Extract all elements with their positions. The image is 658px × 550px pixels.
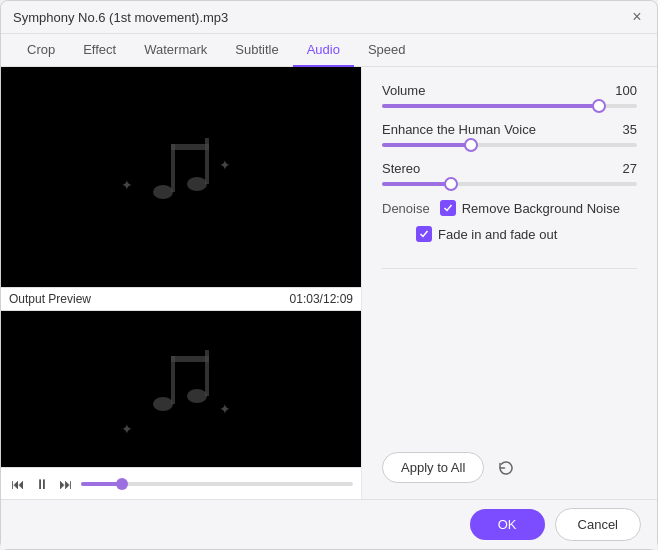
sparkle-icon-tl: ✦ [121,177,133,193]
right-panel: Volume 100 Enhance the Human Voice 35 [361,67,657,499]
top-video-preview: ✦ ✦ [1,67,361,287]
volume-label-row: Volume 100 [382,83,637,98]
output-preview-bar: Output Preview 01:03/12:09 [1,287,361,311]
music-icon-bottom [141,342,221,436]
stereo-track[interactable] [382,182,637,186]
svg-rect-9 [171,356,209,362]
tab-audio[interactable]: Audio [293,34,354,67]
denoise-row: Denoise Remove Background Noise [382,200,637,216]
stereo-section: Stereo 27 [382,161,637,186]
svg-rect-7 [171,356,175,404]
enhance-thumb[interactable] [464,138,478,152]
left-panel: ✦ ✦ Output Preview 01:03/12:09 [1,67,361,499]
tab-watermark[interactable]: Watermark [130,34,221,67]
remove-bg-noise-label: Remove Background Noise [462,201,620,216]
fade-label: Fade in and fade out [438,227,557,242]
footer-bar: OK Cancel [1,499,657,549]
svg-rect-2 [171,144,175,192]
enhance-section: Enhance the Human Voice 35 [382,122,637,147]
fade-checkbox[interactable] [416,226,432,242]
fade-row: Fade in and fade out [382,226,637,242]
volume-track[interactable] [382,104,637,108]
stereo-label-row: Stereo 27 [382,161,637,176]
enhance-track[interactable] [382,143,637,147]
right-actions: Apply to All [382,442,637,483]
volume-label: Volume [382,83,425,98]
title-bar: Symphony No.6 (1st movement).mp3 × [1,1,657,34]
output-preview-time: 01:03/12:09 [290,292,353,306]
enhance-label-row: Enhance the Human Voice 35 [382,122,637,137]
svg-point-6 [187,389,207,403]
volume-value: 100 [609,83,637,98]
remove-bg-noise-checkbox[interactable] [440,200,456,216]
close-button[interactable]: × [629,9,645,25]
stereo-value: 27 [609,161,637,176]
enhance-label: Enhance the Human Voice [382,122,536,137]
ok-button[interactable]: OK [470,509,545,540]
apply-to-all-button[interactable]: Apply to All [382,452,484,483]
tab-crop[interactable]: Crop [13,34,69,67]
stereo-fill [382,182,451,186]
tab-subtitle[interactable]: Subtitle [221,34,292,67]
svg-rect-4 [171,144,209,150]
volume-section: Volume 100 [382,83,637,108]
playback-bar: ⏮ ⏸ ⏭ [1,467,361,499]
tab-effect[interactable]: Effect [69,34,130,67]
stereo-thumb[interactable] [444,177,458,191]
denoise-label: Denoise [382,201,430,216]
divider [382,268,637,269]
cancel-button[interactable]: Cancel [555,508,641,541]
pause-button[interactable]: ⏸ [33,474,51,494]
volume-fill [382,104,599,108]
main-content: ✦ ✦ Output Preview 01:03/12:09 [1,67,657,499]
prev-button[interactable]: ⏮ [9,474,27,494]
reset-button[interactable] [492,454,520,482]
tab-speed[interactable]: Speed [354,34,420,67]
enhance-value: 35 [609,122,637,137]
output-preview-label: Output Preview [9,292,91,306]
bottom-video-preview: ✦ ✦ [1,311,361,467]
stereo-label: Stereo [382,161,420,176]
main-window: Symphony No.6 (1st movement).mp3 × Crop … [0,0,658,550]
progress-thumb[interactable] [116,478,128,490]
window-title: Symphony No.6 (1st movement).mp3 [13,10,228,25]
svg-point-1 [187,177,207,191]
sparkle-icon-bl: ✦ [121,421,133,437]
svg-point-5 [153,397,173,411]
progress-bar[interactable] [81,482,353,486]
music-icon-top [141,130,221,224]
enhance-fill [382,143,471,147]
svg-point-0 [153,185,173,199]
tab-bar: Crop Effect Watermark Subtitle Audio Spe… [1,34,657,67]
volume-thumb[interactable] [592,99,606,113]
next-button[interactable]: ⏭ [57,474,75,494]
